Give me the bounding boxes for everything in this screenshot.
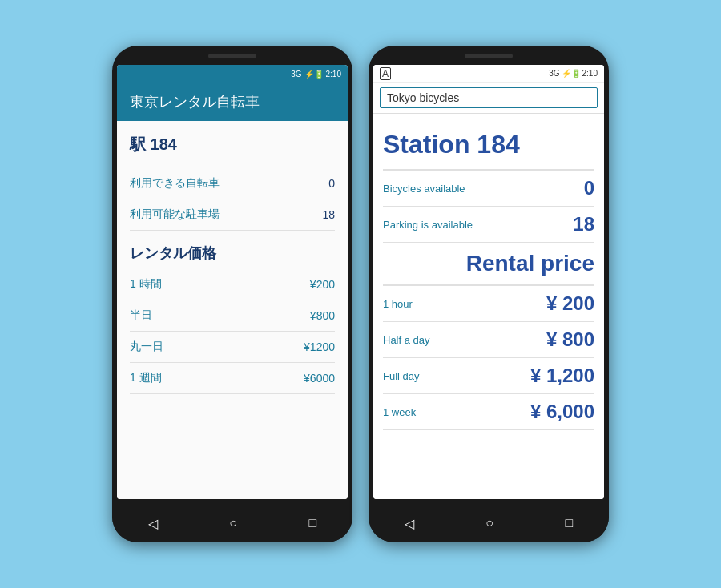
right-parking-label: Parking is available <box>383 219 546 231</box>
right-bicycles-row: Bicycles available 0 <box>383 171 594 207</box>
left-app-bar: 東京レンタル自転車 <box>117 83 348 121</box>
left-price-row-1: 半日 ¥800 <box>130 300 335 332</box>
right-price-value-3: ¥ 6,000 <box>530 401 594 423</box>
left-price-label-2: 丸一日 <box>130 340 163 354</box>
left-bicycles-row: 利用できる自転車 0 <box>130 168 335 199</box>
right-phone-screen: A 3G ⚡🔋 2:10 Station 184 Bicycles availa… <box>373 65 604 499</box>
right-price-value-1: ¥ 800 <box>546 328 594 351</box>
right-price-row-3: 1 week ¥ 6,000 <box>383 394 594 430</box>
left-bicycles-label: 利用できる自転車 <box>130 176 220 191</box>
left-home-button[interactable]: ○ <box>229 516 237 530</box>
left-station-title: 駅 184 <box>130 134 335 155</box>
right-time: 2:10 <box>582 69 598 78</box>
right-price-label-1: Half a day <box>383 334 546 346</box>
right-battery: ⚡🔋 <box>562 69 581 78</box>
right-price-label-0: 1 hour <box>383 298 546 310</box>
left-price-row-0: 1 時間 ¥200 <box>130 269 335 300</box>
left-recent-button[interactable]: □ <box>309 516 317 530</box>
left-phone-screen: 3G ⚡🔋 2:10 東京レンタル自転車 駅 184 利用できる自転車 0 利用… <box>117 65 348 499</box>
right-recent-button[interactable]: □ <box>566 516 574 530</box>
left-app-title: 東京レンタル自転車 <box>130 94 260 110</box>
left-price-label-0: 1 時間 <box>130 277 162 292</box>
left-price-value-0: ¥200 <box>310 278 335 291</box>
right-parking-value: 18 <box>546 213 594 236</box>
right-content: Station 184 Bicycles available 0 Parking… <box>373 114 604 499</box>
right-bicycles-value: 0 <box>546 177 594 199</box>
right-price-row-0: 1 hour ¥ 200 <box>383 286 594 322</box>
right-back-button[interactable]: ◁ <box>405 516 414 531</box>
right-nav-bar: ◁ ○ □ <box>369 504 609 542</box>
phone-speaker-left <box>208 54 256 58</box>
left-price-value-1: ¥800 <box>310 309 335 322</box>
right-status-bar: A 3G ⚡🔋 2:10 <box>373 65 604 83</box>
left-price-value-2: ¥1200 <box>304 340 335 353</box>
right-parking-row: Parking is available 18 <box>383 207 594 243</box>
right-station-title: Station 184 <box>383 120 594 171</box>
left-phone: 3G ⚡🔋 2:10 東京レンタル自転車 駅 184 利用できる自転車 0 利用… <box>112 46 352 542</box>
left-status-bar-text: 3G ⚡🔋 2:10 <box>291 70 341 79</box>
right-signal: 3G <box>549 69 559 78</box>
right-price-row-2: Full day ¥ 1,200 <box>383 358 594 394</box>
left-signal: 3G <box>291 70 301 79</box>
left-price-row-3: 1 週間 ¥6000 <box>130 363 335 394</box>
right-price-label-2: Full day <box>383 370 530 382</box>
right-price-label-3: 1 week <box>383 406 530 418</box>
right-phone: A 3G ⚡🔋 2:10 Station 184 Bicycles availa… <box>369 46 609 542</box>
right-price-row-1: Half a day ¥ 800 <box>383 322 594 358</box>
left-rental-title: レンタル価格 <box>130 244 335 263</box>
left-price-label-3: 1 週間 <box>130 371 162 385</box>
left-price-row-2: 丸一日 ¥1200 <box>130 332 335 363</box>
left-price-label-1: 半日 <box>130 308 152 323</box>
right-home-button[interactable]: ○ <box>485 516 493 530</box>
right-rental-title: Rental price <box>383 243 594 286</box>
left-back-button[interactable]: ◁ <box>148 516 158 531</box>
left-status-bar: 3G ⚡🔋 2:10 <box>117 65 348 83</box>
search-input[interactable] <box>380 87 598 108</box>
right-price-value-0: ¥ 200 <box>546 292 594 315</box>
left-time: 2:10 <box>326 70 341 79</box>
left-content: 駅 184 利用できる自転車 0 利用可能な駐車場 18 レンタル価格 1 時間… <box>117 121 348 499</box>
phone-speaker-right <box>465 54 513 58</box>
left-bicycles-value: 0 <box>328 177 335 190</box>
right-bicycles-label: Bicycles available <box>383 183 546 195</box>
left-battery-icon: ⚡🔋 <box>304 70 324 79</box>
accessibility-icon: A <box>380 67 391 80</box>
right-price-value-2: ¥ 1,200 <box>530 364 594 387</box>
left-price-value-3: ¥6000 <box>304 372 335 385</box>
left-parking-value: 18 <box>322 208 335 221</box>
left-parking-row: 利用可能な駐車場 18 <box>130 199 335 231</box>
right-status-icons: 3G ⚡🔋 2:10 <box>549 69 598 78</box>
left-nav-bar: ◁ ○ □ <box>112 504 352 542</box>
left-parking-label: 利用可能な駐車場 <box>130 207 220 222</box>
